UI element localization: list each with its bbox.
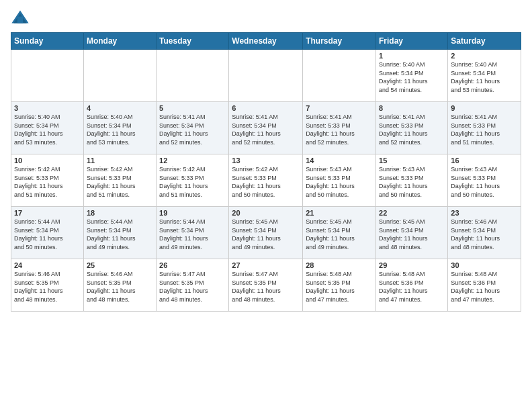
- cell-4-0: 24Sunrise: 5:46 AM Sunset: 5:35 PM Dayli…: [11, 259, 84, 312]
- cell-4-1: 25Sunrise: 5:46 AM Sunset: 5:35 PM Dayli…: [83, 259, 156, 312]
- week-row-1: 1Sunrise: 5:40 AM Sunset: 5:34 PM Daylig…: [11, 50, 521, 102]
- day-info: Sunrise: 5:42 AM Sunset: 5:33 PM Dayligh…: [14, 165, 81, 199]
- day-info: Sunrise: 5:44 AM Sunset: 5:34 PM Dayligh…: [14, 218, 81, 251]
- day-number: 11: [87, 156, 153, 165]
- cell-0-5: 1Sunrise: 5:40 AM Sunset: 5:34 PM Daylig…: [376, 50, 448, 102]
- day-number: 21: [306, 209, 373, 217]
- week-row-2: 3Sunrise: 5:40 AM Sunset: 5:34 PM Daylig…: [11, 102, 521, 154]
- cell-3-4: 21Sunrise: 5:45 AM Sunset: 5:34 PM Dayli…: [303, 207, 376, 259]
- day-info: Sunrise: 5:46 AM Sunset: 5:34 PM Dayligh…: [451, 218, 518, 251]
- day-info: Sunrise: 5:40 AM Sunset: 5:34 PM Dayligh…: [451, 60, 518, 94]
- day-info: Sunrise: 5:41 AM Sunset: 5:34 PM Dayligh…: [232, 113, 300, 146]
- day-info: Sunrise: 5:45 AM Sunset: 5:34 PM Dayligh…: [306, 218, 373, 251]
- cell-4-6: 30Sunrise: 5:48 AM Sunset: 5:36 PM Dayli…: [448, 259, 521, 312]
- cell-2-6: 16Sunrise: 5:43 AM Sunset: 5:33 PM Dayli…: [448, 154, 521, 207]
- day-info: Sunrise: 5:48 AM Sunset: 5:36 PM Dayligh…: [451, 270, 518, 304]
- day-info: Sunrise: 5:41 AM Sunset: 5:33 PM Dayligh…: [451, 113, 518, 146]
- cell-3-5: 22Sunrise: 5:45 AM Sunset: 5:34 PM Dayli…: [376, 207, 448, 259]
- day-number: 19: [159, 209, 226, 217]
- cell-1-5: 8Sunrise: 5:41 AM Sunset: 5:33 PM Daylig…: [376, 102, 448, 154]
- day-info: Sunrise: 5:42 AM Sunset: 5:33 PM Dayligh…: [87, 165, 153, 199]
- cell-3-1: 18Sunrise: 5:44 AM Sunset: 5:34 PM Dayli…: [83, 207, 156, 259]
- col-header-sunday: Sunday: [11, 33, 84, 50]
- col-header-thursday: Thursday: [303, 33, 376, 50]
- day-info: Sunrise: 5:44 AM Sunset: 5:34 PM Dayligh…: [159, 218, 226, 251]
- day-info: Sunrise: 5:43 AM Sunset: 5:33 PM Dayligh…: [379, 165, 445, 199]
- cell-1-4: 7Sunrise: 5:41 AM Sunset: 5:33 PM Daylig…: [303, 102, 376, 154]
- cell-3-2: 19Sunrise: 5:44 AM Sunset: 5:34 PM Dayli…: [157, 207, 229, 259]
- day-number: 17: [14, 209, 81, 217]
- cell-0-6: 2Sunrise: 5:40 AM Sunset: 5:34 PM Daylig…: [448, 50, 521, 102]
- day-info: Sunrise: 5:40 AM Sunset: 5:34 PM Dayligh…: [379, 60, 445, 94]
- cell-0-4: [303, 50, 376, 102]
- day-info: Sunrise: 5:41 AM Sunset: 5:33 PM Dayligh…: [306, 113, 373, 146]
- cell-0-2: [157, 50, 229, 102]
- cell-3-0: 17Sunrise: 5:44 AM Sunset: 5:34 PM Dayli…: [11, 207, 84, 259]
- cell-0-3: [229, 50, 303, 102]
- day-info: Sunrise: 5:41 AM Sunset: 5:33 PM Dayligh…: [379, 113, 445, 146]
- day-number: 23: [451, 209, 518, 217]
- cell-2-0: 10Sunrise: 5:42 AM Sunset: 5:33 PM Dayli…: [11, 154, 84, 207]
- day-info: Sunrise: 5:40 AM Sunset: 5:34 PM Dayligh…: [87, 113, 153, 146]
- cell-0-1: [83, 50, 156, 102]
- day-number: 4: [87, 104, 153, 112]
- logo: [11, 8, 32, 27]
- day-info: Sunrise: 5:48 AM Sunset: 5:35 PM Dayligh…: [306, 270, 373, 304]
- day-number: 30: [451, 261, 518, 269]
- cell-0-0: [11, 50, 84, 102]
- day-info: Sunrise: 5:46 AM Sunset: 5:35 PM Dayligh…: [14, 270, 81, 304]
- day-info: Sunrise: 5:43 AM Sunset: 5:33 PM Dayligh…: [451, 165, 518, 199]
- cell-3-3: 20Sunrise: 5:45 AM Sunset: 5:34 PM Dayli…: [229, 207, 303, 259]
- day-number: 27: [232, 261, 300, 269]
- cell-1-2: 5Sunrise: 5:41 AM Sunset: 5:34 PM Daylig…: [157, 102, 229, 154]
- page: SundayMondayTuesdayWednesdayThursdayFrid…: [0, 0, 532, 411]
- day-number: 2: [451, 52, 518, 60]
- day-info: Sunrise: 5:41 AM Sunset: 5:34 PM Dayligh…: [159, 113, 226, 146]
- header: [11, 8, 521, 27]
- day-info: Sunrise: 5:47 AM Sunset: 5:35 PM Dayligh…: [232, 270, 300, 304]
- cell-1-3: 6Sunrise: 5:41 AM Sunset: 5:34 PM Daylig…: [229, 102, 303, 154]
- day-info: Sunrise: 5:42 AM Sunset: 5:33 PM Dayligh…: [159, 165, 226, 199]
- col-header-monday: Monday: [83, 33, 156, 50]
- cell-2-3: 13Sunrise: 5:42 AM Sunset: 5:33 PM Dayli…: [229, 154, 303, 207]
- day-number: 9: [451, 104, 518, 112]
- day-number: 13: [232, 156, 300, 165]
- day-info: Sunrise: 5:47 AM Sunset: 5:35 PM Dayligh…: [159, 270, 226, 304]
- svg-rect-2: [17, 17, 23, 24]
- day-info: Sunrise: 5:43 AM Sunset: 5:33 PM Dayligh…: [306, 165, 373, 199]
- day-number: 6: [232, 104, 300, 112]
- cell-2-4: 14Sunrise: 5:43 AM Sunset: 5:33 PM Dayli…: [303, 154, 376, 207]
- calendar-table: SundayMondayTuesdayWednesdayThursdayFrid…: [11, 32, 521, 312]
- calendar-header-row: SundayMondayTuesdayWednesdayThursdayFrid…: [11, 33, 521, 50]
- day-number: 20: [232, 209, 300, 217]
- week-row-5: 24Sunrise: 5:46 AM Sunset: 5:35 PM Dayli…: [11, 259, 521, 312]
- week-row-3: 10Sunrise: 5:42 AM Sunset: 5:33 PM Dayli…: [11, 154, 521, 207]
- cell-1-1: 4Sunrise: 5:40 AM Sunset: 5:34 PM Daylig…: [83, 102, 156, 154]
- cell-4-4: 28Sunrise: 5:48 AM Sunset: 5:35 PM Dayli…: [303, 259, 376, 312]
- day-number: 15: [379, 156, 445, 165]
- cell-2-2: 12Sunrise: 5:42 AM Sunset: 5:33 PM Dayli…: [157, 154, 229, 207]
- day-number: 16: [451, 156, 518, 165]
- cell-2-1: 11Sunrise: 5:42 AM Sunset: 5:33 PM Dayli…: [83, 154, 156, 207]
- day-info: Sunrise: 5:42 AM Sunset: 5:33 PM Dayligh…: [232, 165, 300, 199]
- day-number: 7: [306, 104, 373, 112]
- day-number: 10: [14, 156, 81, 165]
- cell-4-5: 29Sunrise: 5:48 AM Sunset: 5:36 PM Dayli…: [376, 259, 448, 312]
- day-number: 22: [379, 209, 445, 217]
- day-info: Sunrise: 5:46 AM Sunset: 5:35 PM Dayligh…: [87, 270, 153, 304]
- col-header-tuesday: Tuesday: [157, 33, 229, 50]
- day-number: 29: [379, 261, 445, 269]
- day-number: 8: [379, 104, 445, 112]
- cell-1-6: 9Sunrise: 5:41 AM Sunset: 5:33 PM Daylig…: [448, 102, 521, 154]
- col-header-friday: Friday: [376, 33, 448, 50]
- day-number: 25: [87, 261, 153, 269]
- day-info: Sunrise: 5:45 AM Sunset: 5:34 PM Dayligh…: [379, 218, 445, 251]
- col-header-wednesday: Wednesday: [229, 33, 303, 50]
- cell-3-6: 23Sunrise: 5:46 AM Sunset: 5:34 PM Dayli…: [448, 207, 521, 259]
- week-row-4: 17Sunrise: 5:44 AM Sunset: 5:34 PM Dayli…: [11, 207, 521, 259]
- day-info: Sunrise: 5:40 AM Sunset: 5:34 PM Dayligh…: [14, 113, 81, 146]
- cell-4-2: 26Sunrise: 5:47 AM Sunset: 5:35 PM Dayli…: [157, 259, 229, 312]
- cell-1-0: 3Sunrise: 5:40 AM Sunset: 5:34 PM Daylig…: [11, 102, 84, 154]
- day-number: 28: [306, 261, 373, 269]
- cell-2-5: 15Sunrise: 5:43 AM Sunset: 5:33 PM Dayli…: [376, 154, 448, 207]
